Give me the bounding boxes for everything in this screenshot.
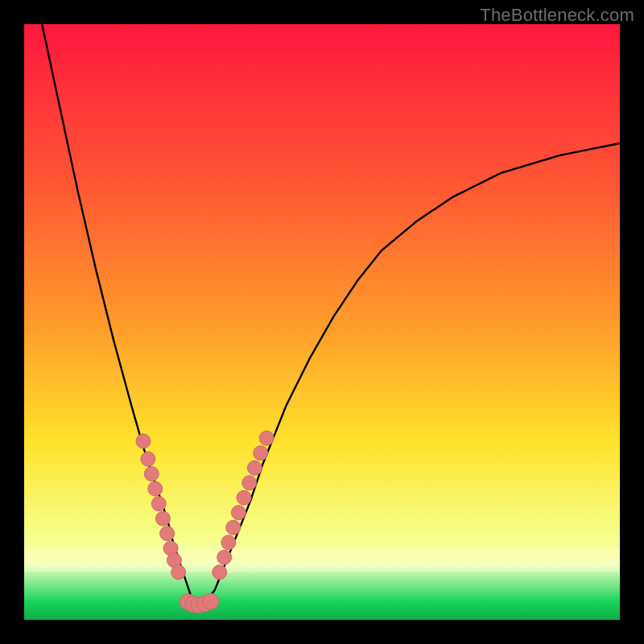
data-dot: [221, 535, 236, 550]
data-dot: [231, 506, 246, 520]
data-dot: [171, 565, 186, 580]
data-dot: [144, 467, 159, 481]
data-dot: [141, 452, 155, 466]
plot-area: [24, 24, 620, 620]
data-dot: [226, 520, 241, 535]
data-dot: [160, 526, 175, 541]
data-dot: [213, 565, 227, 580]
data-dot: [237, 490, 251, 505]
plot-svg: [24, 24, 620, 620]
data-dot: [242, 476, 257, 490]
data-dot: [254, 446, 268, 460]
data-dot: [203, 593, 219, 609]
data-dot: [151, 497, 166, 511]
data-dot: [247, 460, 262, 475]
data-dot: [259, 431, 274, 445]
chart-frame: TheBottleneck.com: [0, 0, 644, 644]
data-dot: [148, 481, 163, 496]
svg-rect-0: [24, 24, 620, 620]
svg-rect-1: [24, 548, 620, 572]
watermark-text: TheBottleneck.com: [480, 5, 634, 26]
data-dot: [155, 511, 170, 526]
data-dot: [136, 434, 151, 448]
data-dot: [217, 550, 232, 564]
